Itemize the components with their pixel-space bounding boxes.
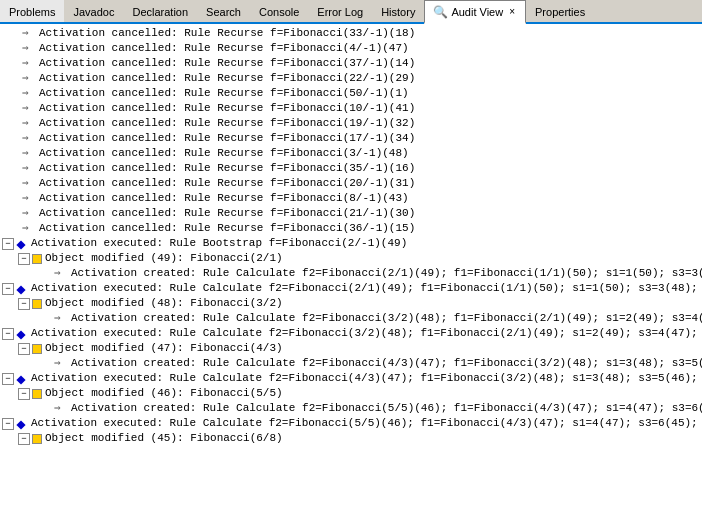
log-row-group: ⇒Activation cancelled: Rule Recurse f=Fi… — [2, 56, 415, 71]
log-row-group: ⇒Activation cancelled: Rule Recurse f=Fi… — [2, 206, 415, 221]
log-text: Activation executed: Rule Calculate f2=F… — [31, 416, 702, 431]
log-row-group: ⇒Activation created: Rule Calculate f2=F… — [2, 356, 702, 371]
log-item[interactable]: ⇒Activation created: Rule Calculate f2=F… — [0, 311, 702, 326]
log-row-group: ⇒Activation created: Rule Calculate f2=F… — [2, 401, 702, 416]
square-icon — [32, 344, 42, 354]
log-text: Activation created: Rule Calculate f2=Fi… — [71, 311, 702, 326]
log-item[interactable]: ⇒Activation cancelled: Rule Recurse f=Fi… — [0, 206, 702, 221]
log-row-group: ⇒Activation created: Rule Calculate f2=F… — [2, 311, 702, 326]
log-text: Activation cancelled: Rule Recurse f=Fib… — [39, 116, 415, 131]
log-text: Object modified (46): Fibonacci(5/5) — [45, 386, 283, 401]
log-row-group: ⇒Activation cancelled: Rule Recurse f=Fi… — [2, 221, 415, 236]
expand-icon[interactable]: − — [18, 253, 30, 265]
log-row-group: −Activation executed: Rule Calculate f2=… — [2, 326, 702, 341]
log-item[interactable]: ⇒Activation cancelled: Rule Recurse f=Fi… — [0, 86, 702, 101]
tab-label-console: Console — [259, 6, 299, 18]
log-item[interactable]: −Activation executed: Rule Calculate f2=… — [0, 416, 702, 431]
tab-history[interactable]: History — [372, 0, 424, 22]
log-item[interactable]: ⇒Activation created: Rule Calculate f2=F… — [0, 401, 702, 416]
tab-console[interactable]: Console — [250, 0, 308, 22]
log-item[interactable]: ⇒Activation cancelled: Rule Recurse f=Fi… — [0, 221, 702, 236]
expand-icon[interactable]: − — [18, 343, 30, 355]
log-item[interactable]: −Activation executed: Rule Calculate f2=… — [0, 281, 702, 296]
log-item[interactable]: ⇒Activation cancelled: Rule Recurse f=Fi… — [0, 146, 702, 161]
log-row-group: −Object modified (46): Fibonacci(5/5) — [2, 386, 283, 401]
expand-icon[interactable]: − — [18, 388, 30, 400]
log-item[interactable]: −Object modified (45): Fibonacci(6/8) — [0, 431, 702, 446]
log-row-group: −Activation executed: Rule Calculate f2=… — [2, 416, 702, 431]
expand-icon[interactable]: − — [2, 238, 14, 250]
log-text: Activation cancelled: Rule Recurse f=Fib… — [39, 191, 409, 206]
tab-label-declaration: Declaration — [132, 6, 188, 18]
tab-declaration[interactable]: Declaration — [123, 0, 197, 22]
tab-label-auditview: Audit View — [451, 6, 503, 18]
log-text: Activation cancelled: Rule Recurse f=Fib… — [39, 176, 415, 191]
log-item[interactable]: −Object modified (47): Fibonacci(4/3) — [0, 341, 702, 356]
content-area[interactable]: ⇒Activation cancelled: Rule Recurse f=Fi… — [0, 24, 702, 505]
log-row-group: ⇒Activation cancelled: Rule Recurse f=Fi… — [2, 191, 409, 206]
arrow-icon: ⇒ — [22, 191, 36, 206]
log-row-group: ⇒Activation cancelled: Rule Recurse f=Fi… — [2, 41, 409, 56]
log-item[interactable]: ⇒Activation cancelled: Rule Recurse f=Fi… — [0, 176, 702, 191]
log-row-group: −Object modified (47): Fibonacci(4/3) — [2, 341, 283, 356]
log-text: Activation cancelled: Rule Recurse f=Fib… — [39, 221, 415, 236]
log-item[interactable]: ⇒Activation cancelled: Rule Recurse f=Fi… — [0, 101, 702, 116]
log-item[interactable]: ⇒Activation created: Rule Calculate f2=F… — [0, 266, 702, 281]
log-text: Activation executed: Rule Calculate f2=F… — [31, 281, 702, 296]
log-row-group: −Activation executed: Rule Calculate f2=… — [2, 281, 702, 296]
log-item[interactable]: ⇒Activation cancelled: Rule Recurse f=Fi… — [0, 56, 702, 71]
arrow-icon: ⇒ — [22, 116, 36, 131]
log-text: Activation cancelled: Rule Recurse f=Fib… — [39, 131, 415, 146]
log-item[interactable]: ⇒Activation cancelled: Rule Recurse f=Fi… — [0, 131, 702, 146]
square-icon — [32, 254, 42, 264]
log-text: Object modified (49): Fibonacci(2/1) — [45, 251, 283, 266]
tab-problems[interactable]: Problems — [0, 0, 64, 22]
log-text: Activation cancelled: Rule Recurse f=Fib… — [39, 86, 409, 101]
log-text: Activation cancelled: Rule Recurse f=Fib… — [39, 71, 415, 86]
log-text: Activation cancelled: Rule Recurse f=Fib… — [39, 146, 409, 161]
log-row-group: ⇒Activation cancelled: Rule Recurse f=Fi… — [2, 86, 409, 101]
tab-label-problems: Problems — [9, 6, 55, 18]
log-item[interactable]: −Object modified (49): Fibonacci(2/1) — [0, 251, 702, 266]
expand-icon[interactable]: − — [2, 328, 14, 340]
arrow-icon: ⇒ — [22, 131, 36, 146]
log-item[interactable]: ⇒Activation created: Rule Calculate f2=F… — [0, 356, 702, 371]
log-item[interactable]: ⇒Activation cancelled: Rule Recurse f=Fi… — [0, 41, 702, 56]
arrow-icon: ⇒ — [22, 86, 36, 101]
expand-icon[interactable]: − — [2, 283, 14, 295]
square-icon — [32, 299, 42, 309]
diamond-icon — [16, 285, 25, 294]
tab-javadoc[interactable]: Javadoc — [64, 0, 123, 22]
log-item[interactable]: ⇒Activation cancelled: Rule Recurse f=Fi… — [0, 116, 702, 131]
expand-icon[interactable]: − — [18, 298, 30, 310]
log-text: Activation created: Rule Calculate f2=Fi… — [71, 266, 702, 281]
log-item[interactable]: −Object modified (48): Fibonacci(3/2) — [0, 296, 702, 311]
expand-icon[interactable]: − — [18, 433, 30, 445]
log-row-group: ⇒Activation cancelled: Rule Recurse f=Fi… — [2, 26, 415, 41]
log-item[interactable]: −Activation executed: Rule Calculate f2=… — [0, 326, 702, 341]
log-item[interactable]: ⇒Activation cancelled: Rule Recurse f=Fi… — [0, 71, 702, 86]
log-item[interactable]: −Object modified (46): Fibonacci(5/5) — [0, 386, 702, 401]
log-row-group: ⇒Activation cancelled: Rule Recurse f=Fi… — [2, 116, 415, 131]
expand-icon[interactable]: − — [2, 373, 14, 385]
log-item[interactable]: −Activation executed: Rule Bootstrap f=F… — [0, 236, 702, 251]
expand-icon[interactable]: − — [2, 418, 14, 430]
log-row-group: −Object modified (49): Fibonacci(2/1) — [2, 251, 283, 266]
tab-search[interactable]: Search — [197, 0, 250, 22]
square-icon — [32, 389, 42, 399]
tab-properties[interactable]: Properties — [526, 0, 594, 22]
log-item[interactable]: −Activation executed: Rule Calculate f2=… — [0, 371, 702, 386]
arrow-icon: ⇒ — [22, 206, 36, 221]
log-item[interactable]: ⇒Activation cancelled: Rule Recurse f=Fi… — [0, 191, 702, 206]
tab-close-auditview[interactable]: × — [507, 5, 517, 18]
log-row-group: ⇒Activation cancelled: Rule Recurse f=Fi… — [2, 131, 415, 146]
log-item[interactable]: ⇒Activation cancelled: Rule Recurse f=Fi… — [0, 161, 702, 176]
log-item[interactable]: ⇒Activation cancelled: Rule Recurse f=Fi… — [0, 26, 702, 41]
tab-auditview[interactable]: 🔍Audit View× — [424, 0, 526, 24]
log-text: Activation created: Rule Calculate f2=Fi… — [71, 356, 702, 371]
log-row-group: ⇒Activation cancelled: Rule Recurse f=Fi… — [2, 161, 415, 176]
tab-errorlog[interactable]: Error Log — [308, 0, 372, 22]
arrow-icon: ⇒ — [22, 221, 36, 236]
diamond-icon — [16, 420, 25, 429]
log-text: Activation cancelled: Rule Recurse f=Fib… — [39, 41, 409, 56]
